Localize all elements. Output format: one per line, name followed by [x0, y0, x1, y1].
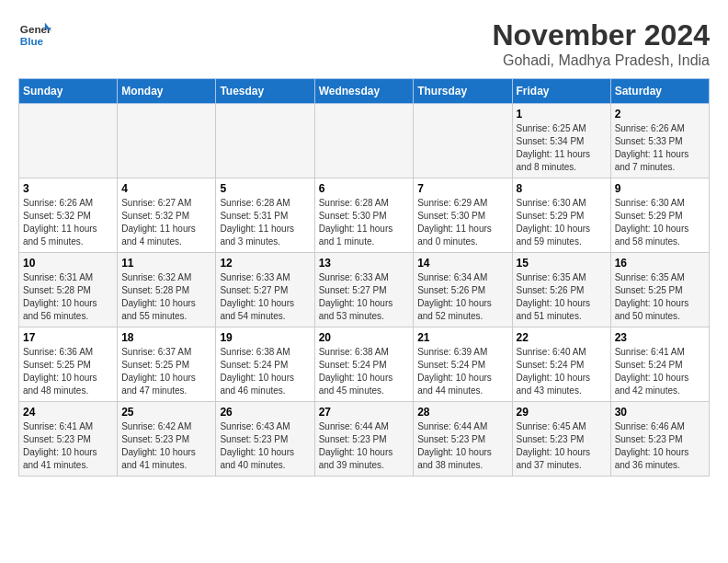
weekday-header-cell: Monday — [118, 79, 216, 104]
calendar-day-cell: 29Sunrise: 6:45 AMSunset: 5:23 PMDayligh… — [512, 402, 610, 477]
day-info: Sunrise: 6:28 AMSunset: 5:31 PMDaylight:… — [220, 197, 310, 248]
day-info: Sunrise: 6:35 AMSunset: 5:26 PMDaylight:… — [517, 271, 607, 323]
calendar-week-row: 10Sunrise: 6:31 AMSunset: 5:28 PMDayligh… — [19, 253, 710, 327]
logo: General Blue — [18, 18, 51, 52]
calendar-day-cell — [314, 104, 414, 178]
calendar-day-cell: 28Sunrise: 6:44 AMSunset: 5:23 PMDayligh… — [414, 402, 512, 477]
calendar-table: SundayMondayTuesdayWednesdayThursdayFrid… — [18, 78, 710, 477]
day-info: Sunrise: 6:38 AMSunset: 5:24 PMDaylight:… — [220, 346, 310, 397]
location-subtitle: Gohadi, Madhya Pradesh, India — [492, 52, 710, 69]
title-block: November 2024 Gohadi, Madhya Pradesh, In… — [492, 18, 710, 69]
day-number: 11 — [121, 257, 211, 270]
day-number: 30 — [615, 406, 705, 419]
day-number: 26 — [220, 406, 310, 419]
calendar-day-cell: 22Sunrise: 6:40 AMSunset: 5:24 PMDayligh… — [512, 327, 610, 402]
day-number: 1 — [517, 108, 607, 121]
day-info: Sunrise: 6:30 AMSunset: 5:29 PMDaylight:… — [615, 197, 705, 248]
day-number: 5 — [220, 182, 310, 195]
calendar-day-cell: 12Sunrise: 6:33 AMSunset: 5:27 PMDayligh… — [216, 253, 314, 327]
calendar-day-cell: 4Sunrise: 6:27 AMSunset: 5:32 PMDaylight… — [118, 178, 216, 253]
day-number: 19 — [220, 331, 310, 344]
calendar-day-cell: 27Sunrise: 6:44 AMSunset: 5:23 PMDayligh… — [314, 402, 414, 477]
day-number: 18 — [121, 331, 211, 344]
weekday-header-cell: Friday — [512, 79, 610, 104]
day-info: Sunrise: 6:32 AMSunset: 5:28 PMDaylight:… — [121, 271, 211, 323]
calendar-day-cell: 9Sunrise: 6:30 AMSunset: 5:29 PMDaylight… — [610, 178, 709, 253]
day-info: Sunrise: 6:43 AMSunset: 5:23 PMDaylight:… — [220, 420, 310, 472]
calendar-day-cell — [19, 104, 118, 178]
day-number: 10 — [23, 257, 113, 270]
day-info: Sunrise: 6:38 AMSunset: 5:24 PMDaylight:… — [319, 346, 410, 397]
calendar-week-row: 1Sunrise: 6:25 AMSunset: 5:34 PMDaylight… — [19, 104, 710, 178]
day-info: Sunrise: 6:41 AMSunset: 5:24 PMDaylight:… — [615, 346, 705, 397]
calendar-day-cell: 20Sunrise: 6:38 AMSunset: 5:24 PMDayligh… — [314, 327, 414, 402]
calendar-day-cell — [216, 104, 314, 178]
day-number: 29 — [517, 406, 607, 419]
day-info: Sunrise: 6:29 AMSunset: 5:30 PMDaylight:… — [417, 197, 507, 248]
calendar-day-cell: 15Sunrise: 6:35 AMSunset: 5:26 PMDayligh… — [512, 253, 610, 327]
calendar-day-cell: 25Sunrise: 6:42 AMSunset: 5:23 PMDayligh… — [118, 402, 216, 477]
day-number: 12 — [220, 257, 310, 270]
calendar-day-cell — [414, 104, 512, 178]
day-info: Sunrise: 6:27 AMSunset: 5:32 PMDaylight:… — [121, 197, 211, 248]
day-number: 27 — [319, 406, 410, 419]
calendar-day-cell: 7Sunrise: 6:29 AMSunset: 5:30 PMDaylight… — [414, 178, 512, 253]
page-header: General Blue November 2024 Gohadi, Madhy… — [18, 18, 710, 69]
day-number: 15 — [517, 257, 607, 270]
calendar-day-cell: 3Sunrise: 6:26 AMSunset: 5:32 PMDaylight… — [19, 178, 118, 253]
calendar-week-row: 3Sunrise: 6:26 AMSunset: 5:32 PMDaylight… — [19, 178, 710, 253]
day-number: 20 — [319, 331, 410, 344]
day-number: 21 — [417, 331, 507, 344]
weekday-header-cell: Tuesday — [216, 79, 314, 104]
calendar-day-cell: 30Sunrise: 6:46 AMSunset: 5:23 PMDayligh… — [610, 402, 709, 477]
month-title: November 2024 — [492, 18, 710, 52]
calendar-day-cell — [118, 104, 216, 178]
day-number: 4 — [121, 182, 211, 195]
day-number: 2 — [615, 108, 705, 121]
svg-text:Blue: Blue — [20, 35, 44, 47]
day-info: Sunrise: 6:44 AMSunset: 5:23 PMDaylight:… — [417, 420, 507, 472]
day-info: Sunrise: 6:37 AMSunset: 5:25 PMDaylight:… — [121, 346, 211, 397]
calendar-day-cell: 19Sunrise: 6:38 AMSunset: 5:24 PMDayligh… — [216, 327, 314, 402]
day-number: 9 — [615, 182, 705, 195]
day-info: Sunrise: 6:31 AMSunset: 5:28 PMDaylight:… — [23, 271, 113, 323]
day-info: Sunrise: 6:28 AMSunset: 5:30 PMDaylight:… — [319, 197, 410, 248]
day-number: 23 — [615, 331, 705, 344]
day-number: 3 — [23, 182, 113, 195]
calendar-week-row: 24Sunrise: 6:41 AMSunset: 5:23 PMDayligh… — [19, 402, 710, 477]
day-info: Sunrise: 6:46 AMSunset: 5:23 PMDaylight:… — [615, 420, 705, 472]
day-info: Sunrise: 6:41 AMSunset: 5:23 PMDaylight:… — [23, 420, 113, 472]
calendar-day-cell: 13Sunrise: 6:33 AMSunset: 5:27 PMDayligh… — [314, 253, 414, 327]
calendar-day-cell: 8Sunrise: 6:30 AMSunset: 5:29 PMDaylight… — [512, 178, 610, 253]
day-number: 6 — [319, 182, 410, 195]
day-info: Sunrise: 6:33 AMSunset: 5:27 PMDaylight:… — [220, 271, 310, 323]
weekday-header-cell: Wednesday — [314, 79, 414, 104]
day-info: Sunrise: 6:26 AMSunset: 5:33 PMDaylight:… — [615, 122, 705, 174]
day-number: 13 — [319, 257, 410, 270]
day-number: 7 — [417, 182, 507, 195]
calendar-day-cell: 16Sunrise: 6:35 AMSunset: 5:25 PMDayligh… — [610, 253, 709, 327]
calendar-day-cell: 24Sunrise: 6:41 AMSunset: 5:23 PMDayligh… — [19, 402, 118, 477]
day-number: 22 — [517, 331, 607, 344]
calendar-day-cell: 26Sunrise: 6:43 AMSunset: 5:23 PMDayligh… — [216, 402, 314, 477]
day-number: 24 — [23, 406, 113, 419]
weekday-header-row: SundayMondayTuesdayWednesdayThursdayFrid… — [19, 79, 710, 104]
day-number: 8 — [517, 182, 607, 195]
day-info: Sunrise: 6:34 AMSunset: 5:26 PMDaylight:… — [417, 271, 507, 323]
weekday-header-cell: Saturday — [610, 79, 709, 104]
day-number: 17 — [23, 331, 113, 344]
day-number: 25 — [121, 406, 211, 419]
calendar-day-cell: 6Sunrise: 6:28 AMSunset: 5:30 PMDaylight… — [314, 178, 414, 253]
calendar-day-cell: 5Sunrise: 6:28 AMSunset: 5:31 PMDaylight… — [216, 178, 314, 253]
day-info: Sunrise: 6:39 AMSunset: 5:24 PMDaylight:… — [417, 346, 507, 397]
day-info: Sunrise: 6:26 AMSunset: 5:32 PMDaylight:… — [23, 197, 113, 248]
calendar-day-cell: 21Sunrise: 6:39 AMSunset: 5:24 PMDayligh… — [414, 327, 512, 402]
day-info: Sunrise: 6:36 AMSunset: 5:25 PMDaylight:… — [23, 346, 113, 397]
day-info: Sunrise: 6:35 AMSunset: 5:25 PMDaylight:… — [615, 271, 705, 323]
calendar-day-cell: 17Sunrise: 6:36 AMSunset: 5:25 PMDayligh… — [19, 327, 118, 402]
calendar-day-cell: 10Sunrise: 6:31 AMSunset: 5:28 PMDayligh… — [19, 253, 118, 327]
calendar-day-cell: 14Sunrise: 6:34 AMSunset: 5:26 PMDayligh… — [414, 253, 512, 327]
day-info: Sunrise: 6:30 AMSunset: 5:29 PMDaylight:… — [517, 197, 607, 248]
day-info: Sunrise: 6:42 AMSunset: 5:23 PMDaylight:… — [121, 420, 211, 472]
day-number: 14 — [417, 257, 507, 270]
